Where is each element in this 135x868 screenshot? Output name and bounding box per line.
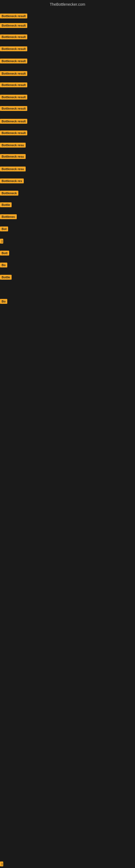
bottleneck-result-badge: Bottleneck result [0,106,27,111]
bottleneck-result-badge: Bottleneck resu [0,143,26,148]
bottleneck-result-badge: Bottle [0,203,12,207]
bottleneck-result-badge: Bottleneck result [0,119,27,124]
bottleneck-result-badge: Bottleneck result [0,46,27,51]
bottleneck-result-badge: Bot [0,226,8,231]
bottleneck-result-badge: Bottleneck res [0,179,24,183]
bottleneck-result-badge: Bottleneck result [0,13,27,19]
bottleneck-result-badge: Bottleneck result [0,71,27,76]
bottleneck-result-badge: Bottleneck result [0,95,27,99]
bottleneck-result-badge: Bottleneck result [0,23,27,28]
bottleneck-result-badge: Bo [0,262,7,268]
bottleneck-result-badge: Bottleneck result [0,83,27,87]
bottleneck-result-badge: Bottlenec [0,214,17,219]
bottleneck-result-badge: Bo [0,299,7,304]
bottleneck-result-badge: Bottleneck result [0,130,27,135]
bottleneck-result-badge: Bottleneck resu [0,166,26,172]
bottleneck-result-badge: Bottleneck result [0,34,27,39]
bottleneck-result-badge: Bottleneck resu [0,154,26,159]
bottleneck-result-badge: | [0,239,3,244]
bottleneck-result-badge: Bottleneck result [0,59,27,63]
bottleneck-result-badge: Bottle [0,275,12,280]
bottleneck-result-badge: Bottleneck [0,191,18,195]
site-title: TheBottlenecker.com [0,0,135,8]
bottleneck-result-badge: Bott [0,251,9,255]
bottleneck-result-badge: | [0,862,3,866]
